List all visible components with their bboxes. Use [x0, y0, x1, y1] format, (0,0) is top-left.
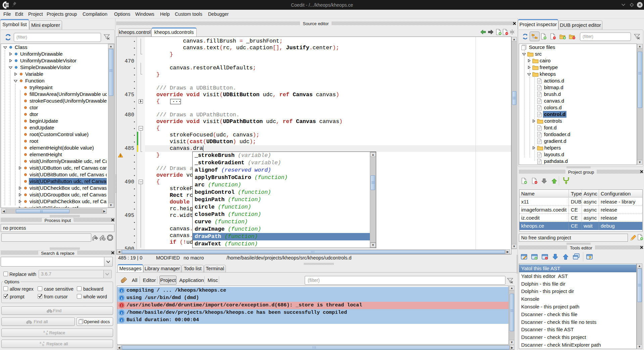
svg-text:a: a: [43, 330, 45, 333]
svg-text:b: b: [42, 343, 44, 346]
svg-text:a: a: [40, 341, 41, 344]
svg-text:b: b: [46, 332, 48, 335]
